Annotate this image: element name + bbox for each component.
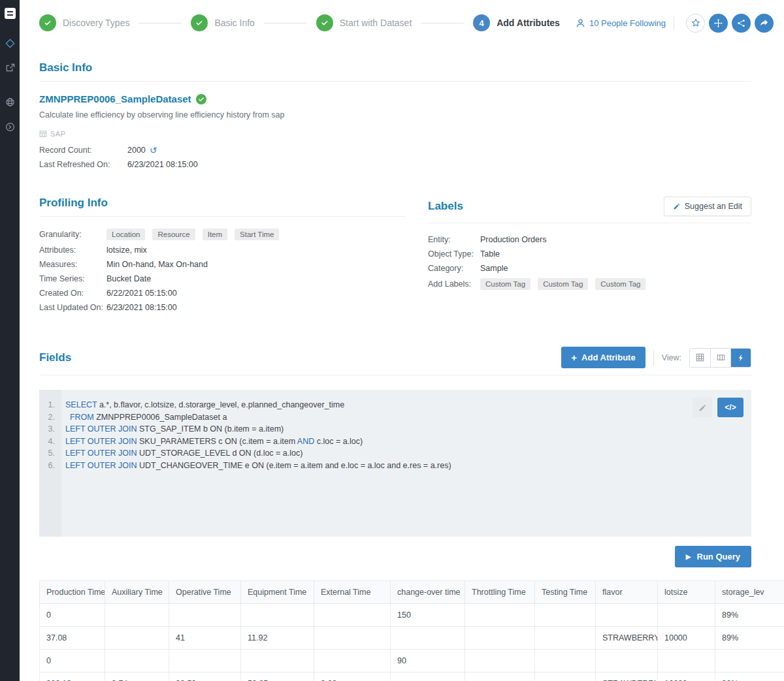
object-type-label: Object Type: <box>428 249 480 259</box>
created-on-label: Created On: <box>39 289 106 298</box>
table-cell <box>314 604 391 627</box>
last-updated-label: Last Updated On: <box>39 303 106 312</box>
step-done-check-icon <box>316 14 333 31</box>
step-connector <box>264 23 307 24</box>
column-header: change-over time <box>391 581 465 604</box>
table-cell <box>535 673 596 681</box>
profiling-info-section: Profiling Info Granularity: LocationReso… <box>39 197 405 317</box>
sql-editor[interactable]: 1.SELECT a.*, b.flavor, c.lotsize, d.sto… <box>39 390 751 537</box>
lightning-icon <box>737 354 745 362</box>
granularity-tag: Start Time <box>235 229 279 240</box>
sql-line: SELECT a.*, b.flavor, c.lotsize, d.stora… <box>61 399 344 411</box>
table-cell <box>169 604 241 627</box>
step-label: Basic Info <box>214 18 254 28</box>
table-cell: 37.08 <box>40 627 105 650</box>
table-row: 380.13 3.74 33.59 59.25 3.29 STRAWBERRY … <box>40 673 784 681</box>
wizard-stepper: Discovery Types Basic Info Start with Da… <box>20 0 784 46</box>
step-done-check-icon <box>191 14 208 31</box>
table-cell: STRAWBERRY <box>596 627 658 650</box>
line-number: 6. <box>39 460 61 472</box>
forward-circle-icon[interactable] <box>0 117 20 136</box>
step-label: Add Attributes <box>497 18 560 28</box>
globe-icon[interactable] <box>0 92 20 112</box>
favorite-button[interactable] <box>686 14 705 33</box>
category-value: Sample <box>480 264 508 273</box>
column-header: Equipment Time <box>241 581 314 604</box>
step-basic-info[interactable]: Basic Info <box>191 14 254 31</box>
people-following-link[interactable]: 10 People Following <box>576 18 666 28</box>
table-row: 0 150 89% <box>40 604 784 627</box>
entity-label: Entity: <box>428 235 480 244</box>
basic-info-section: Basic Info ZMNPPREP0006_SampleDataset Ca… <box>39 61 751 169</box>
table-cell: 0 <box>40 604 105 627</box>
table-cell <box>596 650 658 673</box>
attributes-label: Attributes: <box>39 245 106 255</box>
table-cell: 33.59 <box>169 673 241 681</box>
suggest-edit-button[interactable]: Suggest an Edit <box>664 197 751 216</box>
table-cell: 89% <box>715 604 784 627</box>
table-cell: STRAWBERRY <box>596 673 658 681</box>
fields-title: Fields <box>39 351 71 364</box>
dataset-description: Calculate line efficiency by observing l… <box>39 110 751 119</box>
section-divider <box>428 223 751 223</box>
table-cell: 59.25 <box>241 673 314 681</box>
actions-divider <box>653 350 654 366</box>
column-header: Auxiliary Time <box>105 581 169 604</box>
view-grid-button[interactable] <box>690 349 710 367</box>
category-label: Category: <box>428 264 480 273</box>
object-type-value: Table <box>480 249 500 259</box>
suggest-edit-label: Suggest an Edit <box>685 202 742 211</box>
source-label: SAP <box>50 130 66 138</box>
verified-check-icon <box>196 94 206 104</box>
pencil-icon <box>673 202 681 210</box>
code-view-button[interactable]: </> <box>717 398 743 417</box>
custom-tag[interactable]: Custom Tag <box>480 278 531 290</box>
fields-section: Fields + Add Attribute View: <box>39 347 751 681</box>
person-icon <box>576 18 585 28</box>
step-label: Start with Dataset <box>340 18 412 28</box>
table-cell: 90 <box>391 650 465 673</box>
add-labels-label: Add Labels: <box>428 279 480 289</box>
table-cell <box>169 650 241 673</box>
view-query-button[interactable] <box>730 349 751 367</box>
last-refreshed-value: 6/23/2021 08:15:00 <box>127 160 198 169</box>
step-start-with-dataset[interactable]: Start with Dataset <box>316 14 412 31</box>
basic-info-title: Basic Info <box>39 61 751 74</box>
table-cell: 150 <box>391 604 465 627</box>
export-icon[interactable] <box>0 58 20 78</box>
edit-query-button[interactable] <box>693 398 712 417</box>
custom-tag[interactable]: Custom Tag <box>538 278 588 290</box>
pencil-icon <box>698 404 707 412</box>
step-add-attributes[interactable]: 4 Add Attributes <box>473 14 560 31</box>
discover-icon[interactable] <box>0 33 20 53</box>
section-divider <box>39 216 405 217</box>
sql-line: FROM ZMNPPREP0006_SampleDataset a <box>61 411 227 424</box>
add-attribute-button[interactable]: + Add Attribute <box>561 347 645 368</box>
table-row: 0 90 <box>40 650 784 673</box>
share-nodes-button[interactable] <box>732 14 751 33</box>
column-header: Testing Time <box>535 581 596 604</box>
table-cell <box>465 627 535 650</box>
step-discovery-types[interactable]: Discovery Types <box>39 14 129 31</box>
entity-value: Production Orders <box>480 235 546 244</box>
following-label: 10 People Following <box>589 18 666 28</box>
history-icon[interactable]: ↺ <box>150 146 157 155</box>
custom-tag[interactable]: Custom Tag <box>595 278 645 290</box>
view-columns-button[interactable] <box>710 349 730 367</box>
share-nodes-icon <box>737 19 745 27</box>
table-cell <box>241 604 314 627</box>
table-cell: 380.13 <box>40 673 105 681</box>
table-cell: 89% <box>715 627 784 650</box>
column-header: Production Time <box>40 581 105 604</box>
add-attribute-label: Add Attribute <box>581 353 636 362</box>
move-button[interactable] <box>709 14 728 33</box>
table-cell: 11.92 <box>241 627 314 650</box>
granularity-tag: Location <box>106 229 145 240</box>
header-actions: 10 People Following <box>576 14 774 33</box>
share-button[interactable] <box>755 14 774 33</box>
table-cell <box>391 627 465 650</box>
table-cell <box>465 673 535 681</box>
app-logo-icon[interactable] <box>5 8 16 19</box>
run-query-button[interactable]: ▶ Run Query <box>675 546 751 567</box>
line-number: 5. <box>39 447 61 460</box>
